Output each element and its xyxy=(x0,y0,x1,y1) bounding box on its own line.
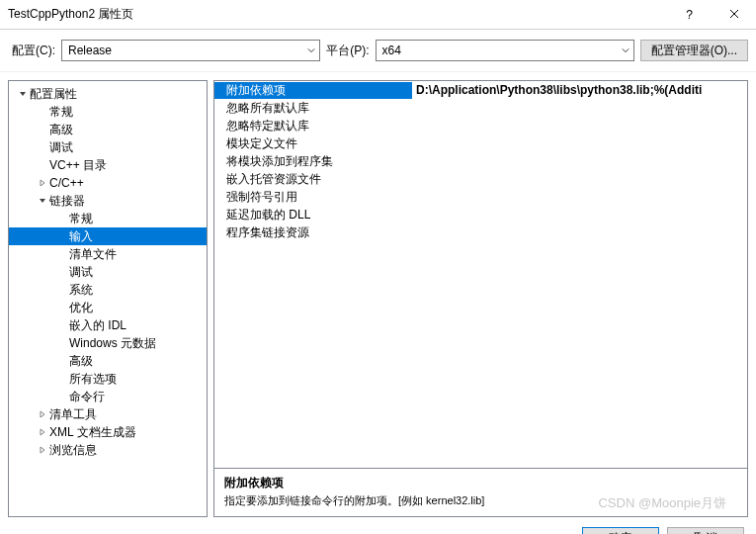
tree-item[interactable]: 清单文件 xyxy=(9,245,207,263)
tree-item-label: 系统 xyxy=(69,282,93,299)
property-row[interactable]: 附加依赖项D:\Application\Python38\libs\python… xyxy=(214,81,747,99)
titlebar: TestCppPython2 属性页 ? xyxy=(0,0,756,30)
property-name: 嵌入托管资源文件 xyxy=(214,171,412,188)
tree-item-label: 所有选项 xyxy=(69,371,117,388)
tree-item[interactable]: C/C++ xyxy=(9,174,207,192)
tree-item[interactable]: 常规 xyxy=(9,103,207,121)
triangle-down-icon xyxy=(37,196,47,207)
tree-item[interactable]: 高级 xyxy=(9,352,207,370)
property-value[interactable]: D:\Application\Python38\libs\python38.li… xyxy=(412,83,747,97)
spacer-icon xyxy=(56,374,67,385)
spacer-icon xyxy=(56,231,67,242)
property-row[interactable]: 程序集链接资源 xyxy=(214,223,747,241)
tree-item-label: 高级 xyxy=(49,122,73,138)
triangle-right-icon xyxy=(37,409,47,420)
tree-item-label: 嵌入的 IDL xyxy=(69,317,126,334)
tree-item-label: Windows 元数据 xyxy=(69,335,156,352)
property-name: 附加依赖项 xyxy=(214,82,412,99)
right-pane: 附加依赖项D:\Application\Python38\libs\python… xyxy=(213,80,748,517)
tree-item[interactable]: 常规 xyxy=(9,210,207,227)
tree-item[interactable]: 高级 xyxy=(9,121,207,138)
tree-item-label: 常规 xyxy=(49,104,73,121)
help-button[interactable]: ? xyxy=(667,0,712,30)
property-row[interactable]: 将模块添加到程序集 xyxy=(214,152,747,170)
close-button[interactable] xyxy=(712,0,756,30)
tree-item[interactable]: 嵌入的 IDL xyxy=(9,316,207,334)
platform-select[interactable]: x64 xyxy=(376,40,634,61)
property-name: 将模块添加到程序集 xyxy=(214,153,412,170)
tree-item[interactable]: 浏览信息 xyxy=(9,441,207,459)
description-text: 指定要添加到链接命令行的附加项。[例如 kernel32.lib] xyxy=(224,493,737,508)
config-select[interactable]: Release xyxy=(61,40,320,61)
tree-item-label: C/C++ xyxy=(49,176,84,190)
property-grid[interactable]: 附加依赖项D:\Application\Python38\libs\python… xyxy=(213,80,748,469)
tree-item-label: 调试 xyxy=(49,139,73,156)
tree-item[interactable]: 调试 xyxy=(9,263,207,281)
tree-item[interactable]: 优化 xyxy=(9,299,207,316)
property-row[interactable]: 忽略特定默认库 xyxy=(214,117,747,134)
tree-item[interactable]: 配置属性 xyxy=(9,85,207,103)
config-value: Release xyxy=(68,44,112,57)
property-name: 延迟加载的 DLL xyxy=(214,207,412,223)
tree-item-label: 常规 xyxy=(69,211,93,227)
body: 配置属性常规高级调试VC++ 目录C/C++链接器常规输入清单文件调试系统优化嵌… xyxy=(0,72,756,517)
triangle-right-icon xyxy=(37,178,47,189)
tree-item-label: XML 文档生成器 xyxy=(49,424,136,441)
platform-value: x64 xyxy=(382,44,401,57)
tree-item-label: 命令行 xyxy=(69,389,105,405)
tree-item[interactable]: 系统 xyxy=(9,281,207,299)
footer: 确定 取消 xyxy=(0,517,756,534)
tree-item-label: 浏览信息 xyxy=(49,442,97,459)
tree-item-label: 配置属性 xyxy=(30,86,77,103)
tree-item-label: 优化 xyxy=(69,300,93,316)
spacer-icon xyxy=(56,303,67,313)
window-title: TestCppPython2 属性页 xyxy=(8,6,667,23)
help-icon: ? xyxy=(686,8,693,22)
property-row[interactable]: 强制符号引用 xyxy=(214,188,747,206)
tree-item-label: 输入 xyxy=(69,228,93,245)
config-row: 配置(C): Release 平台(P): x64 配置管理器(O)... xyxy=(0,30,756,72)
spacer-icon xyxy=(37,142,47,153)
tree-item[interactable]: Windows 元数据 xyxy=(9,334,207,352)
property-name: 忽略特定默认库 xyxy=(214,118,412,134)
platform-label: 平台(P): xyxy=(326,43,369,59)
tree-item-label: VC++ 目录 xyxy=(49,157,107,174)
tree-item-label: 高级 xyxy=(69,353,93,370)
tree-item[interactable]: VC++ 目录 xyxy=(9,156,207,174)
tree-item[interactable]: 输入 xyxy=(9,227,207,245)
spacer-icon xyxy=(56,214,67,224)
spacer-icon xyxy=(37,125,47,135)
description-title: 附加依赖项 xyxy=(224,475,737,491)
property-name: 模块定义文件 xyxy=(214,135,412,152)
tree-item-label: 清单工具 xyxy=(49,406,97,423)
triangle-right-icon xyxy=(37,445,47,456)
tree-item-label: 链接器 xyxy=(49,193,85,210)
property-row[interactable]: 忽略所有默认库 xyxy=(214,99,747,117)
property-row[interactable]: 模块定义文件 xyxy=(214,134,747,152)
close-icon xyxy=(729,8,739,22)
property-name: 忽略所有默认库 xyxy=(214,100,412,117)
nav-tree[interactable]: 配置属性常规高级调试VC++ 目录C/C++链接器常规输入清单文件调试系统优化嵌… xyxy=(8,80,208,517)
property-row[interactable]: 延迟加载的 DLL xyxy=(214,206,747,223)
description-panel: 附加依赖项 指定要添加到链接命令行的附加项。[例如 kernel32.lib] xyxy=(213,469,748,517)
spacer-icon xyxy=(56,392,67,402)
tree-item[interactable]: 链接器 xyxy=(9,192,207,210)
spacer-icon xyxy=(56,356,67,367)
spacer-icon xyxy=(56,249,67,260)
cancel-button[interactable]: 取消 xyxy=(667,527,744,534)
spacer-icon xyxy=(56,267,67,278)
property-name: 程序集链接资源 xyxy=(214,224,412,241)
config-label: 配置(C): xyxy=(12,43,55,59)
tree-item[interactable]: 清单工具 xyxy=(9,405,207,423)
config-manager-button[interactable]: 配置管理器(O)... xyxy=(640,40,748,61)
tree-item[interactable]: 所有选项 xyxy=(9,370,207,388)
tree-item[interactable]: XML 文档生成器 xyxy=(9,423,207,441)
property-row[interactable]: 嵌入托管资源文件 xyxy=(214,170,747,188)
spacer-icon xyxy=(56,320,67,331)
triangle-right-icon xyxy=(37,427,47,438)
triangle-down-icon xyxy=(17,89,28,100)
spacer-icon xyxy=(56,338,67,349)
tree-item[interactable]: 调试 xyxy=(9,138,207,156)
tree-item[interactable]: 命令行 xyxy=(9,388,207,405)
ok-button[interactable]: 确定 xyxy=(582,527,659,534)
